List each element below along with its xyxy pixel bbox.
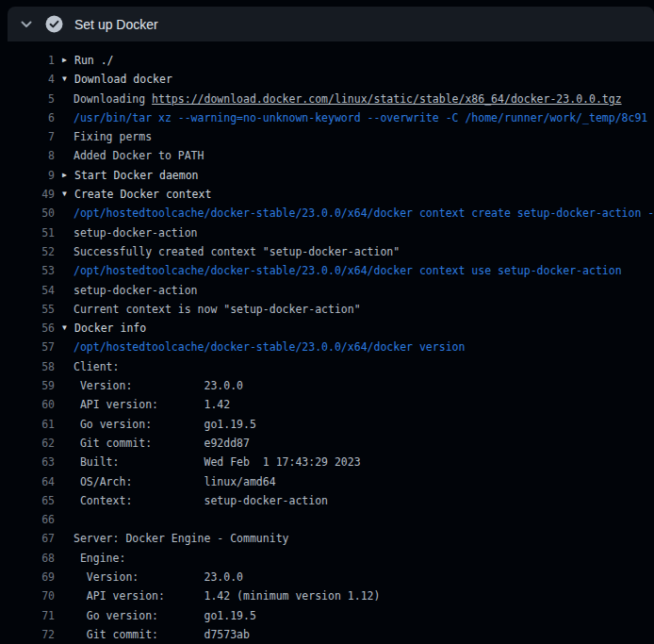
line-number[interactable]: 8 xyxy=(0,146,55,165)
line-number[interactable]: 51 xyxy=(0,223,55,242)
line-number[interactable]: 7 xyxy=(0,127,55,146)
log-text: Added Docker to PATH xyxy=(55,146,204,165)
command-text: /usr/bin/tar xz --warning=no-unknown-key… xyxy=(74,111,647,124)
line-number[interactable]: 63 xyxy=(0,453,55,471)
line-number[interactable]: 49 xyxy=(0,185,55,204)
log-text: Go version: go1.19.5 xyxy=(55,606,256,625)
line-number[interactable]: 59 xyxy=(0,376,55,395)
group-title[interactable]: ▶Run ./ xyxy=(55,51,114,70)
plain-text: Version: 23.0.0 xyxy=(74,379,243,392)
command-text: /opt/hostedtoolcache/docker-stable/23.0.… xyxy=(74,206,654,220)
log-text: Git commit: d7573ab xyxy=(55,625,250,644)
log-group-row[interactable]: 49▼Create Docker context xyxy=(0,185,654,204)
log-text: Version: 23.0.0 xyxy=(55,568,243,586)
log-line-row: 6/usr/bin/tar xz --warning=no-unknown-ke… xyxy=(0,108,654,127)
group-title[interactable]: ▶Start Docker daemon xyxy=(55,166,199,185)
log-line-row: 54setup-docker-action xyxy=(0,281,654,300)
plain-text: Added Docker to PATH xyxy=(74,149,204,162)
line-number[interactable]: 57 xyxy=(0,338,55,356)
group-expanded-icon[interactable]: ▼ xyxy=(62,70,74,89)
group-expanded-icon[interactable]: ▼ xyxy=(62,319,74,338)
line-number[interactable]: 65 xyxy=(0,491,55,510)
log-line-row: 7Fixing perms xyxy=(0,127,654,146)
log-text: /usr/bin/tar xz --warning=no-unknown-key… xyxy=(55,108,647,127)
line-number[interactable]: 64 xyxy=(0,472,55,491)
log-line-row: 51setup-docker-action xyxy=(0,223,654,242)
plain-text: Successfully created context "setup-dock… xyxy=(74,245,400,258)
group-title[interactable]: ▼Download docker xyxy=(55,70,172,89)
log-link[interactable]: https://download.docker.com/linux/static… xyxy=(152,92,622,106)
log-line-row: 65 Context: setup-docker-action xyxy=(0,491,654,510)
log-text: Client: xyxy=(55,357,119,376)
plain-text: Built: Wed Feb 1 17:43:29 2023 xyxy=(74,455,361,469)
line-number[interactable]: 55 xyxy=(0,300,55,319)
command-text: /opt/hostedtoolcache/docker-stable/23.0.… xyxy=(74,264,622,277)
line-number[interactable]: 4 xyxy=(0,70,55,89)
log-line-row: 64 OS/Arch: linux/amd64 xyxy=(0,472,654,491)
plain-text: Git commit: d7573ab xyxy=(74,628,250,641)
line-number[interactable]: 52 xyxy=(0,242,55,261)
log-text: Fixing perms xyxy=(55,127,152,146)
log-line-row: 71 Go version: go1.19.5 xyxy=(0,606,654,625)
group-title-text: Download docker xyxy=(74,73,172,86)
log-line-row: 59 Version: 23.0.0 xyxy=(0,376,654,395)
line-number[interactable]: 68 xyxy=(0,549,55,568)
log-line-row: 8Added Docker to PATH xyxy=(0,146,654,165)
log-text: Successfully created context "setup-dock… xyxy=(55,242,400,261)
log-text: API version: 1.42 xyxy=(55,395,230,414)
log-line-row: 70 API version: 1.42 (minimum version 1.… xyxy=(0,586,654,605)
line-number[interactable]: 61 xyxy=(0,415,55,434)
line-number[interactable]: 71 xyxy=(0,606,55,625)
plain-text: Client: xyxy=(74,360,119,373)
log-line-row: 68 Engine: xyxy=(0,549,654,568)
line-number[interactable]: 54 xyxy=(0,281,55,300)
group-title-text: Create Docker context xyxy=(74,188,211,201)
log-line-row: 69 Version: 23.0.0 xyxy=(0,568,654,586)
group-title[interactable]: ▼Docker info xyxy=(55,319,146,338)
log-text: /opt/hostedtoolcache/docker-stable/23.0.… xyxy=(55,338,465,356)
group-title-text: Docker info xyxy=(74,322,146,335)
line-number[interactable]: 56 xyxy=(0,319,55,338)
log-line-row: 72 Git commit: d7573ab xyxy=(0,625,654,644)
log-line-row: 58Client: xyxy=(0,357,654,376)
line-number[interactable]: 66 xyxy=(0,510,55,529)
log-group-row[interactable]: 1▶Run ./ xyxy=(0,51,654,70)
log-text: Git commit: e92dd87 xyxy=(55,434,250,453)
line-number[interactable]: 1 xyxy=(0,51,55,70)
plain-text: Downloading xyxy=(74,92,152,106)
line-number[interactable]: 67 xyxy=(0,529,55,548)
log-text: OS/Arch: linux/amd64 xyxy=(55,472,276,491)
line-number[interactable]: 9 xyxy=(0,166,55,185)
log-group-row[interactable]: 9▶Start Docker daemon xyxy=(0,166,654,185)
log-group-row[interactable]: 56▼Docker info xyxy=(0,319,654,338)
log-text: Server: Docker Engine - Community xyxy=(55,529,288,548)
log-text: Engine: xyxy=(55,549,125,568)
line-number[interactable]: 60 xyxy=(0,395,55,414)
log-group-row[interactable]: 4▼Download docker xyxy=(0,70,654,89)
plain-text: OS/Arch: linux/amd64 xyxy=(74,475,276,488)
plain-text: Context: setup-docker-action xyxy=(74,494,328,507)
line-number[interactable]: 72 xyxy=(0,625,55,644)
line-number[interactable]: 62 xyxy=(0,434,55,453)
line-number[interactable]: 5 xyxy=(0,90,55,108)
group-collapsed-icon[interactable]: ▶ xyxy=(62,51,74,70)
log-text: Built: Wed Feb 1 17:43:29 2023 xyxy=(55,453,361,471)
line-number[interactable]: 6 xyxy=(0,108,55,127)
log-text: /opt/hostedtoolcache/docker-stable/23.0.… xyxy=(55,261,622,280)
line-number[interactable]: 69 xyxy=(0,568,55,586)
step-header[interactable]: Set up Docker xyxy=(8,7,654,41)
chevron-down-icon[interactable] xyxy=(19,17,34,32)
group-title[interactable]: ▼Create Docker context xyxy=(55,185,211,204)
log-lines: 1▶Run ./4▼Download docker5Downloading ht… xyxy=(0,51,654,644)
line-number[interactable]: 70 xyxy=(0,586,55,605)
plain-text: Current context is now "setup-docker-act… xyxy=(74,303,361,316)
line-number[interactable]: 53 xyxy=(0,261,55,280)
line-number[interactable]: 58 xyxy=(0,357,55,376)
group-collapsed-icon[interactable]: ▶ xyxy=(62,166,74,185)
group-title-text: Run ./ xyxy=(74,54,114,67)
log-text: setup-docker-action xyxy=(55,281,198,300)
group-expanded-icon[interactable]: ▼ xyxy=(62,185,74,204)
line-number[interactable]: 50 xyxy=(0,204,55,223)
log-line-row: 53/opt/hostedtoolcache/docker-stable/23.… xyxy=(0,261,654,280)
log-line-row: 50/opt/hostedtoolcache/docker-stable/23.… xyxy=(0,204,654,223)
